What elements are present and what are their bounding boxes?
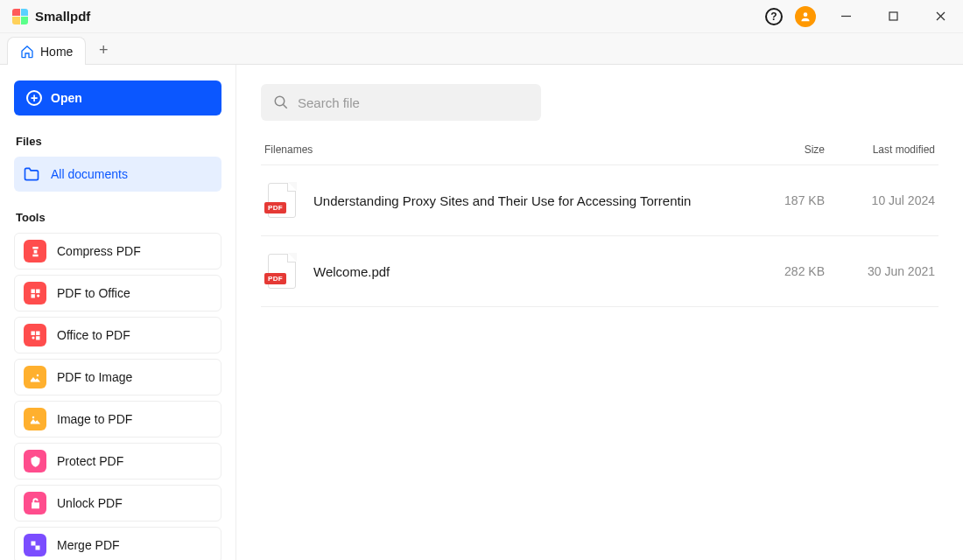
user-icon xyxy=(799,10,812,23)
file-name: Welcome.pdf xyxy=(313,264,737,279)
svg-point-0 xyxy=(804,12,808,17)
tool-label: Unlock PDF xyxy=(57,496,123,510)
tool-label: Office to PDF xyxy=(57,328,130,342)
tool-label: PDF to Image xyxy=(57,370,132,384)
tab-home[interactable]: Home xyxy=(7,37,86,65)
col-last-modified[interactable]: Last modified xyxy=(825,144,935,156)
account-avatar[interactable] xyxy=(795,6,816,27)
pdf-file-icon: PDF xyxy=(264,254,296,289)
maximize-icon xyxy=(889,11,898,21)
table-header: Filenames Size Last modified xyxy=(261,144,938,165)
pdf-to-office-icon xyxy=(24,282,46,304)
compress-icon xyxy=(24,240,46,262)
col-filenames[interactable]: Filenames xyxy=(264,144,737,156)
folder-icon xyxy=(23,165,40,183)
main-panel: Filenames Size Last modified PDF Underst… xyxy=(236,65,963,560)
tab-home-label: Home xyxy=(40,45,73,59)
sidebar-item-all-documents[interactable]: All documents xyxy=(14,157,221,192)
svg-line-6 xyxy=(283,104,287,108)
window-minimize-button[interactable] xyxy=(828,0,863,33)
file-row[interactable]: PDF Understanding Proxy Sites and Their … xyxy=(261,165,938,236)
tool-unlock-pdf[interactable]: Unlock PDF xyxy=(14,485,221,522)
merge-icon xyxy=(24,534,46,556)
open-button-label: Open xyxy=(51,91,82,105)
minimize-icon xyxy=(841,11,851,21)
file-size: 187 KB xyxy=(737,193,825,207)
file-row[interactable]: PDF Welcome.pdf 282 KB 30 Jun 2021 xyxy=(261,236,938,307)
protect-icon xyxy=(24,450,46,472)
pdf-file-icon: PDF xyxy=(264,183,296,218)
plus-circle-icon: + xyxy=(26,90,42,106)
tool-label: Image to PDF xyxy=(57,412,132,426)
file-size: 282 KB xyxy=(737,264,825,278)
help-button[interactable]: ? xyxy=(765,8,783,25)
window-maximize-button[interactable] xyxy=(875,0,910,33)
open-button[interactable]: + Open xyxy=(14,80,221,116)
tool-label: PDF to Office xyxy=(57,286,130,300)
app-logo xyxy=(12,9,28,24)
file-name: Understanding Proxy Sites and Their Use … xyxy=(313,193,737,208)
search-box[interactable] xyxy=(261,84,541,121)
tools-section-label: Tools xyxy=(16,211,221,224)
svg-point-5 xyxy=(275,96,285,106)
pdf-to-image-icon xyxy=(24,366,46,388)
office-to-pdf-icon xyxy=(24,324,46,346)
files-section-label: Files xyxy=(16,135,221,148)
unlock-icon xyxy=(24,492,46,514)
tool-protect-pdf[interactable]: Protect PDF xyxy=(14,443,221,480)
close-icon xyxy=(936,11,945,21)
tool-compress-pdf[interactable]: Compress PDF xyxy=(14,233,221,270)
search-input[interactable] xyxy=(298,95,529,110)
col-size[interactable]: Size xyxy=(737,144,825,156)
image-to-pdf-icon xyxy=(24,408,46,430)
sidebar: + Open Files All documents Tools Compres… xyxy=(0,65,236,560)
tool-label: Merge PDF xyxy=(57,538,120,552)
tool-label: Protect PDF xyxy=(57,454,123,468)
home-icon xyxy=(20,45,34,59)
sidebar-item-label: All documents xyxy=(51,167,128,181)
tool-office-to-pdf[interactable]: Office to PDF xyxy=(14,317,221,354)
tool-pdf-to-image[interactable]: PDF to Image xyxy=(14,359,221,396)
tool-pdf-to-office[interactable]: PDF to Office xyxy=(14,275,221,312)
titlebar: Smallpdf ? xyxy=(0,0,963,33)
new-tab-button[interactable]: + xyxy=(89,36,117,64)
app-name: Smallpdf xyxy=(35,9,90,24)
tool-label: Compress PDF xyxy=(57,244,141,258)
file-date: 10 Jul 2024 xyxy=(825,193,935,207)
tool-image-to-pdf[interactable]: Image to PDF xyxy=(14,401,221,438)
tool-merge-pdf[interactable]: Merge PDF xyxy=(14,527,221,560)
file-date: 30 Jun 2021 xyxy=(825,264,935,278)
search-icon xyxy=(273,94,289,110)
svg-rect-2 xyxy=(889,12,897,20)
window-close-button[interactable] xyxy=(923,0,958,33)
tab-bar: Home + xyxy=(0,33,963,65)
